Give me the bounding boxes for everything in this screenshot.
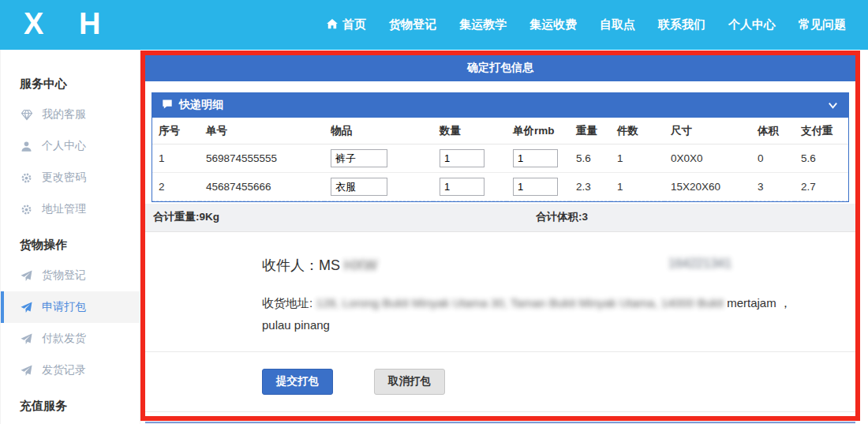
cell-seq: 2 bbox=[152, 173, 200, 201]
recipient-label: 收件人：MS bbox=[262, 257, 340, 273]
sidebar-item-label: 更改密码 bbox=[42, 171, 86, 185]
chevron-down-icon[interactable] bbox=[827, 99, 839, 111]
col-size: 尺寸 bbox=[664, 118, 751, 144]
item-name-input[interactable] bbox=[331, 178, 387, 196]
cell-volume: 3 bbox=[751, 173, 795, 201]
page-title: 确定打包信息 bbox=[145, 55, 855, 81]
nav-menu: 首页 货物登记 集运教学 集运收费 自取点 联系我们 个人中心 常见问题 bbox=[327, 17, 846, 32]
paper-plane-icon bbox=[20, 332, 33, 346]
sidebar-item-address-management[interactable]: 地址管理 bbox=[1, 193, 140, 225]
brand-logo: X H bbox=[24, 9, 114, 42]
col-price: 单价rmb bbox=[507, 118, 570, 144]
nav-item-label: 个人中心 bbox=[728, 17, 776, 32]
col-pieces: 件数 bbox=[611, 118, 664, 144]
total-volume: 合计体积:3 bbox=[536, 210, 588, 224]
sidebar-item-change-password[interactable]: 更改密码 bbox=[1, 162, 140, 193]
address-visible: mertajam ， bbox=[727, 296, 791, 310]
address-row: 收货地址: 128, Lorong Bukit Minyak Utama 30,… bbox=[262, 292, 824, 336]
cell-pieces: 1 bbox=[611, 144, 664, 173]
recipient-phone-blurred: 164221341 bbox=[668, 257, 731, 271]
col-volume: 体积 bbox=[751, 118, 795, 144]
panel-header: 快递明细 bbox=[152, 93, 848, 118]
col-tracking: 单号 bbox=[200, 118, 324, 144]
nav-item-tutorial[interactable]: 集运教学 bbox=[459, 17, 507, 32]
quantity-input[interactable] bbox=[440, 149, 485, 167]
cell-size: 0X0X0 bbox=[664, 144, 751, 173]
nav-item-label: 货物登记 bbox=[389, 17, 436, 32]
sidebar-section-service: 服务中心 bbox=[1, 64, 140, 99]
user-icon bbox=[20, 140, 33, 153]
panel-title: 快递明细 bbox=[179, 98, 223, 112]
item-name-input[interactable] bbox=[331, 149, 387, 167]
gear-icon bbox=[20, 203, 33, 216]
nav-item-home[interactable]: 首页 bbox=[327, 17, 366, 32]
gear-icon bbox=[20, 171, 33, 185]
sidebar-item-apply-packing[interactable]: 申请打包 bbox=[1, 291, 140, 323]
totals-bar: 合计重量:9Kg 合计体积:3 bbox=[145, 204, 855, 232]
cell-tracking: 569874555555 bbox=[200, 144, 324, 173]
cell-size: 15X20X60 bbox=[664, 173, 751, 201]
sidebar-section-cargo: 货物操作 bbox=[1, 225, 140, 260]
nav-item-faq[interactable]: 常见问题 bbox=[799, 17, 846, 32]
home-icon bbox=[327, 18, 338, 32]
cell-volume: 0 bbox=[751, 144, 795, 173]
unit-price-input[interactable] bbox=[513, 149, 558, 167]
nav-item-label: 集运教学 bbox=[459, 17, 507, 32]
unit-price-input[interactable] bbox=[513, 178, 558, 196]
sidebar-section-recharge: 充值服务 bbox=[1, 386, 140, 421]
cell-pay-weight: 2.7 bbox=[795, 173, 848, 201]
nav-item-contact[interactable]: 联系我们 bbox=[658, 17, 705, 32]
buttons-row: 提交打包 取消打包 bbox=[145, 352, 855, 411]
comment-icon bbox=[162, 99, 173, 112]
nav-item-fees[interactable]: 集运收费 bbox=[529, 17, 577, 32]
cell-pieces: 1 bbox=[611, 173, 664, 201]
sidebar: 服务中心 我的客服 个人中心 更改密码 地址管理 货物操作 货物登记 bbox=[0, 50, 140, 424]
table-header-row: 序号 单号 物品 数量 单价rmb 重量 件数 尺寸 体积 支付重 bbox=[152, 118, 848, 144]
sidebar-item-profile[interactable]: 个人中心 bbox=[1, 130, 140, 162]
paper-plane-icon bbox=[20, 269, 33, 283]
sidebar-item-label: 我的客服 bbox=[42, 107, 86, 122]
express-detail-panel: 快递明细 序号 单号 物品 数量 单价rmb bbox=[152, 92, 849, 202]
total-weight: 合计重量:9Kg bbox=[153, 211, 219, 223]
nav-item-label: 联系我们 bbox=[658, 17, 705, 32]
col-item: 物品 bbox=[324, 118, 433, 144]
nav-item-pickup-point[interactable]: 自取点 bbox=[600, 17, 635, 32]
cell-seq: 1 bbox=[152, 144, 200, 173]
table-row: 2 45687455666 2.3 1 15X20X60 3 2.7 bbox=[152, 173, 848, 201]
cancel-packing-button[interactable]: 取消打包 bbox=[374, 369, 445, 395]
page: X H 首页 货物登记 集运教学 集运收费 自取点 联系我们 个人中心 常见问题… bbox=[0, 0, 868, 424]
nav-item-label: 集运收费 bbox=[529, 17, 577, 32]
nav-item-profile[interactable]: 个人中心 bbox=[728, 17, 776, 32]
panel-footer bbox=[145, 411, 855, 424]
sidebar-item-label: 申请打包 bbox=[42, 300, 86, 314]
paper-plane-icon bbox=[20, 301, 33, 314]
col-qty: 数量 bbox=[433, 118, 507, 144]
footer-bar bbox=[145, 422, 855, 424]
sidebar-item-label: 地址管理 bbox=[42, 202, 86, 216]
nav-item-cargo-register[interactable]: 货物登记 bbox=[389, 17, 436, 32]
cell-weight: 5.6 bbox=[570, 144, 611, 173]
sidebar-item-freight-recharge[interactable]: 运费充值 bbox=[1, 421, 140, 424]
sidebar-item-ship-records[interactable]: 发货记录 bbox=[1, 355, 140, 386]
address-line2: pulau pinang bbox=[262, 318, 330, 332]
sidebar-item-label: 付款发货 bbox=[42, 332, 86, 346]
sidebar-item-cargo-register[interactable]: 货物登记 bbox=[1, 260, 140, 291]
address-label: 收货地址: bbox=[262, 296, 312, 310]
nav-item-label: 常见问题 bbox=[799, 17, 846, 32]
recipient-block: 收件人：MS HXW 164221341 收货地址: 128, Lorong B… bbox=[145, 232, 855, 336]
table-row: 1 569874555555 5.6 1 0X0X0 0 5.6 bbox=[152, 144, 848, 173]
paper-plane-icon bbox=[20, 364, 33, 377]
nav-item-label: 首页 bbox=[342, 17, 366, 32]
address-blurred: 128, Lorong Bukit Minyak Utama 30, Taman… bbox=[316, 296, 724, 310]
sidebar-item-my-support[interactable]: 我的客服 bbox=[1, 99, 140, 130]
sidebar-item-pay-ship[interactable]: 付款发货 bbox=[1, 323, 140, 355]
express-table: 序号 单号 物品 数量 单价rmb 重量 件数 尺寸 体积 支付重 bbox=[152, 118, 848, 201]
packing-confirm-region: 确定打包信息 快递明细 序号 单号 bbox=[140, 51, 860, 421]
col-weight: 重量 bbox=[570, 118, 611, 144]
cell-weight: 2.3 bbox=[570, 173, 611, 201]
sidebar-item-label: 货物登记 bbox=[42, 268, 86, 283]
quantity-input[interactable] bbox=[440, 178, 485, 196]
gem-icon bbox=[20, 108, 33, 122]
cell-tracking: 45687455666 bbox=[200, 173, 324, 201]
submit-packing-button[interactable]: 提交打包 bbox=[262, 369, 333, 395]
